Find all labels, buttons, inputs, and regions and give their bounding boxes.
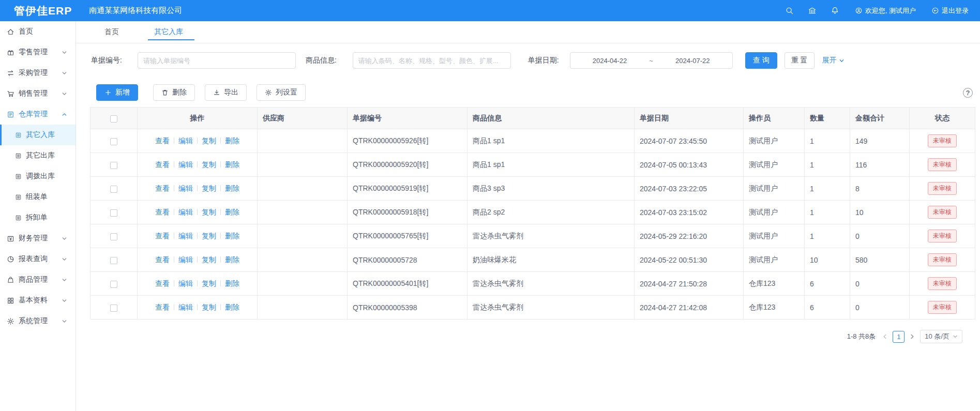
sidebar-item-goods[interactable]: 商品管理 <box>0 269 76 290</box>
cell-supplier <box>258 201 348 224</box>
date-range-input[interactable]: 2024-04-22 ~ 2024-07-22 <box>570 52 733 69</box>
sidebar-item-other-in[interactable]: 其它入库 <box>0 125 76 145</box>
page-size-select[interactable]: 10 条/页 <box>920 330 962 343</box>
add-button[interactable]: 新增 <box>96 84 138 101</box>
link-separator <box>220 209 221 215</box>
edit-link[interactable]: 编辑 <box>178 279 193 287</box>
copy-link[interactable]: 复制 <box>202 279 216 287</box>
row-checkbox[interactable] <box>110 186 117 193</box>
view-link[interactable]: 查看 <box>155 303 170 311</box>
row-checkbox[interactable] <box>110 162 117 169</box>
search-button[interactable]: 查询 <box>745 52 777 69</box>
tab-home[interactable]: 首页 <box>102 21 121 43</box>
sidebar-item-finance[interactable]: 财务管理 <box>0 228 76 249</box>
row-checkbox[interactable] <box>110 281 117 288</box>
sidebar-item-warehouse[interactable]: 仓库管理 <box>0 104 76 125</box>
company-name: 南通某某网络科技有限公司 <box>89 6 182 16</box>
edit-link[interactable]: 编辑 <box>178 160 193 169</box>
doc-icon <box>15 153 22 159</box>
export-button[interactable]: 导出 <box>205 84 247 101</box>
sidebar-item-other-out[interactable]: 其它出库 <box>0 145 76 166</box>
delete-button[interactable]: 删除 <box>153 84 195 101</box>
table-row: 查看编辑复制删除QTRK00000005765[转]雷达杀虫气雾剂2024-05… <box>91 224 975 248</box>
expand-link[interactable]: 展开 <box>822 56 845 65</box>
bill-no-input[interactable] <box>138 52 296 69</box>
sidebar-item-transfer-out[interactable]: 调拨出库 <box>0 166 76 187</box>
copy-link[interactable]: 复制 <box>202 136 216 145</box>
sidebar-item-label: 首页 <box>19 27 33 36</box>
table-row: 查看编辑复制删除QTRK00000005920[转]商品1 sp12024-07… <box>91 153 975 177</box>
delete-link[interactable]: 删除 <box>225 208 239 216</box>
column-settings-button[interactable]: 列设置 <box>257 84 306 101</box>
row-checkbox[interactable] <box>110 233 117 240</box>
row-checkbox[interactable] <box>110 209 117 217</box>
delete-link[interactable]: 删除 <box>225 232 239 240</box>
sidebar-item-home[interactable]: 首页 <box>0 21 76 42</box>
edit-link[interactable]: 编辑 <box>178 303 193 311</box>
sidebar-item-basic[interactable]: 基本资料 <box>0 290 76 311</box>
copy-link[interactable]: 复制 <box>202 208 216 216</box>
sidebar-item-report[interactable]: 报表查询 <box>0 249 76 269</box>
tab-label: 其它入库 <box>154 27 183 37</box>
view-link[interactable]: 查看 <box>155 160 170 169</box>
table-row: 查看编辑复制删除QTRK00000005728奶油味爆米花2024-05-22 … <box>91 248 975 272</box>
view-link[interactable]: 查看 <box>155 184 170 192</box>
view-link[interactable]: 查看 <box>155 279 170 287</box>
logout-button[interactable]: 退出登录 <box>931 6 969 16</box>
sidebar-item-retail[interactable]: 零售管理 <box>0 42 76 63</box>
bank-icon[interactable] <box>808 6 817 15</box>
copy-link[interactable]: 复制 <box>202 160 216 169</box>
prev-page-button[interactable] <box>882 333 888 340</box>
table-row: 查看编辑复制删除QTRK00000005926[转]商品1 sp12024-07… <box>91 129 975 153</box>
link-separator <box>174 280 174 286</box>
copy-link[interactable]: 复制 <box>202 303 216 311</box>
delete-link[interactable]: 删除 <box>225 136 239 145</box>
view-link[interactable]: 查看 <box>155 255 170 264</box>
cell-bill_no: QTRK00000005401[转] <box>348 272 468 296</box>
delete-link[interactable]: 删除 <box>225 303 239 311</box>
welcome-user[interactable]: 欢迎您, 测试用户 <box>855 6 916 16</box>
row-checkbox[interactable] <box>110 305 117 312</box>
copy-link[interactable]: 复制 <box>202 232 216 240</box>
view-link[interactable]: 查看 <box>155 136 170 145</box>
delete-link[interactable]: 删除 <box>225 279 239 287</box>
view-link[interactable]: 查看 <box>155 232 170 240</box>
view-link[interactable]: 查看 <box>155 208 170 216</box>
edit-link[interactable]: 编辑 <box>178 184 193 192</box>
tab-other-inbound[interactable]: 其它入库 <box>152 21 185 43</box>
sidebar-item-disassembly[interactable]: 拆卸单 <box>0 207 76 228</box>
edit-link[interactable]: 编辑 <box>178 208 193 216</box>
delete-link[interactable]: 删除 <box>225 184 239 192</box>
sidebar-item-system[interactable]: 系统管理 <box>0 311 76 331</box>
select-all-checkbox[interactable] <box>110 115 117 123</box>
trash-icon <box>161 89 169 96</box>
bell-icon[interactable] <box>831 6 839 15</box>
cell-bill_no: QTRK00000005919[转] <box>348 177 468 201</box>
product-info-input[interactable] <box>353 52 511 69</box>
edit-link[interactable]: 编辑 <box>178 136 193 145</box>
next-page-button[interactable] <box>909 333 915 340</box>
sidebar-item-assembly[interactable]: 组装单 <box>0 187 76 207</box>
copy-link[interactable]: 复制 <box>202 184 216 192</box>
sidebar-item-sales[interactable]: 销售管理 <box>0 83 76 104</box>
row-checkbox[interactable] <box>110 257 117 264</box>
delete-link[interactable]: 删除 <box>225 160 239 169</box>
edit-link[interactable]: 编辑 <box>178 255 193 264</box>
copy-link[interactable]: 复制 <box>202 255 216 264</box>
bill-date-label: 单据日期: <box>528 56 559 65</box>
page-number-button[interactable]: 1 <box>893 331 904 343</box>
search-icon[interactable] <box>785 6 794 15</box>
status-badge: 未审核 <box>928 158 957 171</box>
help-icon[interactable]: ? <box>963 88 973 98</box>
link-separator <box>197 138 198 144</box>
delete-link[interactable]: 删除 <box>225 255 239 264</box>
system-icon <box>7 317 14 325</box>
welcome-text: 欢迎您, 测试用户 <box>865 6 916 16</box>
sidebar-item-purchase[interactable]: 采购管理 <box>0 63 76 83</box>
row-checkbox[interactable] <box>110 138 117 145</box>
cell-date: 2024-05-29 22:16:20 <box>635 224 744 248</box>
date-start[interactable]: 2024-04-22 <box>593 57 627 65</box>
date-end[interactable]: 2024-07-22 <box>675 57 710 65</box>
edit-link[interactable]: 编辑 <box>178 232 193 240</box>
reset-button[interactable]: 重置 <box>785 52 815 69</box>
